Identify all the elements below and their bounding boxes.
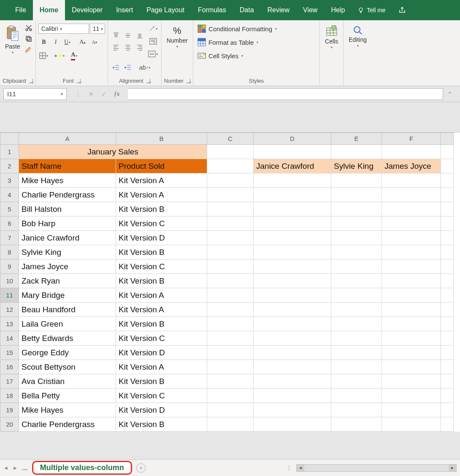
editing-button[interactable]: Editing ▾	[346, 24, 369, 49]
cell[interactable]	[254, 346, 331, 360]
column-header-E[interactable]: E	[331, 133, 382, 145]
row-header-10[interactable]: 10	[0, 274, 19, 288]
cell[interactable]: Zack Ryan	[19, 274, 116, 288]
cell[interactable]	[254, 202, 331, 216]
align-middle-button[interactable]	[122, 30, 133, 41]
format-painter-button[interactable]	[24, 46, 33, 54]
column-header-D[interactable]: D	[254, 133, 331, 145]
cell[interactable]	[331, 417, 382, 432]
cell[interactable]: Kit Version C	[116, 216, 207, 231]
italic-button[interactable]: I	[50, 37, 61, 47]
prev-sheet-button[interactable]: ◄	[3, 465, 8, 471]
cell[interactable]	[254, 374, 331, 389]
row-header-3[interactable]: 3	[0, 173, 19, 188]
cell[interactable]: Kit Version B	[116, 417, 207, 432]
cell[interactable]: Kit Version B	[116, 317, 207, 331]
row-header-14[interactable]: 14	[0, 331, 19, 346]
cell[interactable]	[331, 403, 382, 417]
format-as-table-button[interactable]: Format as Table▾	[196, 37, 260, 47]
cell[interactable]	[382, 317, 441, 331]
next-sheet-button[interactable]: ►	[13, 465, 18, 471]
cell[interactable]	[207, 346, 254, 360]
cell[interactable]: Ava Cristian	[19, 374, 116, 389]
cell[interactable]	[207, 159, 254, 173]
copy-button[interactable]	[24, 35, 33, 43]
column-header-A[interactable]: A	[19, 133, 116, 145]
menu-file[interactable]: File	[8, 0, 33, 20]
cell[interactable]	[254, 260, 331, 274]
cell[interactable]	[382, 245, 441, 260]
font-dialog-launcher[interactable]	[76, 79, 81, 83]
cell[interactable]: Kit Version D	[116, 403, 207, 417]
cell[interactable]: Scout Bettyson	[19, 360, 116, 374]
cell[interactable]: Charlie Pendergrass	[19, 417, 116, 432]
cell[interactable]	[254, 389, 331, 403]
cell[interactable]	[441, 260, 454, 274]
cell[interactable]	[331, 231, 382, 245]
cell[interactable]	[331, 331, 382, 346]
cut-button[interactable]	[24, 24, 33, 32]
cell[interactable]	[441, 331, 454, 346]
cell[interactable]	[254, 245, 331, 260]
number-dialog-launcher[interactable]	[186, 79, 190, 83]
wrap-text-button[interactable]	[148, 36, 159, 46]
cell[interactable]: James Joyce	[382, 159, 441, 173]
merge-button[interactable]: ▾	[148, 49, 159, 59]
cell[interactable]	[382, 145, 441, 159]
cell[interactable]	[207, 288, 254, 303]
cell[interactable]: Kit Version B	[116, 202, 207, 216]
select-all-corner[interactable]	[0, 133, 19, 145]
cell[interactable]	[441, 231, 454, 245]
cell[interactable]	[254, 317, 331, 331]
cell[interactable]	[382, 331, 441, 346]
cell[interactable]: Kit Version B	[116, 374, 207, 389]
menu-page-layout[interactable]: Page Layout	[140, 0, 191, 20]
cell[interactable]	[441, 274, 454, 288]
orientation-button[interactable]: ▾	[148, 24, 159, 34]
alignment-dialog-launcher[interactable]	[146, 79, 150, 83]
cell-styles-button[interactable]: Cell Styles▾	[196, 51, 245, 61]
cell[interactable]	[207, 145, 254, 159]
horizontal-scrollbar[interactable]: ◄ ►	[296, 464, 457, 472]
cell[interactable]	[207, 231, 254, 245]
cell[interactable]: Sylvie King	[331, 159, 382, 173]
paste-button[interactable]: Paste ▾	[3, 24, 23, 56]
cell[interactable]	[382, 303, 441, 317]
row-header-2[interactable]: 2	[0, 159, 19, 173]
cell[interactable]	[441, 245, 454, 260]
row-header-15[interactable]: 15	[0, 346, 19, 360]
menu-data[interactable]: Data	[233, 0, 261, 20]
expand-formula-bar-icon[interactable]: ⌃	[443, 91, 457, 97]
font-name-combo[interactable]: Calibri▾	[38, 24, 89, 34]
cell[interactable]: Product Sold	[116, 159, 207, 173]
cell[interactable]: Staff Name	[19, 159, 116, 173]
row-header-20[interactable]: 20	[0, 417, 19, 432]
cell[interactable]	[331, 360, 382, 374]
cell[interactable]	[382, 288, 441, 303]
column-header-B[interactable]: B	[116, 133, 207, 145]
more-icon[interactable]: ⋮	[75, 91, 81, 97]
cell[interactable]: Kit Version C	[116, 260, 207, 274]
row-header-4[interactable]: 4	[0, 188, 19, 202]
row-header-12[interactable]: 12	[0, 303, 19, 317]
cell[interactable]	[441, 346, 454, 360]
cell[interactable]	[441, 374, 454, 389]
fx-icon[interactable]: ƒx	[114, 91, 119, 97]
cell[interactable]: Charlie Pendergrass	[19, 188, 116, 202]
cell[interactable]	[441, 360, 454, 374]
row-header-5[interactable]: 5	[0, 202, 19, 216]
font-color-button[interactable]: A▾	[69, 51, 80, 61]
cell[interactable]	[207, 260, 254, 274]
cell[interactable]	[331, 389, 382, 403]
row-header-19[interactable]: 19	[0, 403, 19, 417]
cell[interactable]: Kit Version D	[116, 231, 207, 245]
share-icon[interactable]	[392, 0, 413, 20]
cell[interactable]	[441, 145, 454, 159]
align-left-button[interactable]	[111, 42, 122, 53]
cell[interactable]: Beau Handford	[19, 303, 116, 317]
cell[interactable]	[331, 173, 382, 188]
cell[interactable]	[254, 303, 331, 317]
cell[interactable]	[382, 360, 441, 374]
cell[interactable]: Kit Version A	[116, 188, 207, 202]
cell[interactable]	[382, 231, 441, 245]
